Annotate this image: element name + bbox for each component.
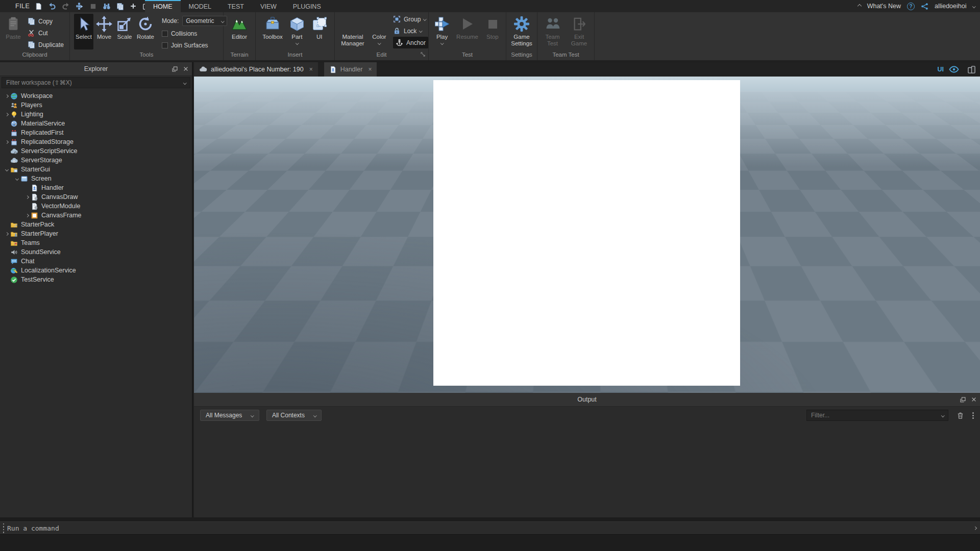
play-button[interactable]: Play xyxy=(432,14,452,44)
tree-expand-chevron[interactable] xyxy=(13,178,20,180)
find-icon[interactable] xyxy=(103,2,111,10)
tree-expand-chevron[interactable] xyxy=(3,95,10,97)
tree-expand-chevron[interactable] xyxy=(3,150,10,153)
doc-tab-place[interactable]: alliedoeihoi's Place Number: 190 × xyxy=(194,62,318,77)
join-surfaces-checkbox[interactable] xyxy=(162,42,168,48)
material-manager-button[interactable]: Material Manager xyxy=(338,14,368,48)
close-panel-icon[interactable] xyxy=(183,66,189,72)
tree-item-teams[interactable]: Teams xyxy=(0,238,192,247)
tree-expand-chevron[interactable] xyxy=(3,260,10,263)
eye-icon[interactable] xyxy=(949,66,959,73)
tab-model[interactable]: MODEL xyxy=(181,0,219,12)
command-bar[interactable] xyxy=(0,521,980,535)
tab-view[interactable]: VIEW xyxy=(252,0,285,12)
tree-item-startergui[interactable]: StarterGui xyxy=(0,165,192,174)
tree-item-workspace[interactable]: Workspace xyxy=(0,91,192,101)
group-dropdown-caret[interactable] xyxy=(423,17,426,20)
toolbox-button[interactable]: Toolbox xyxy=(261,14,284,44)
contexts-filter-dropdown[interactable]: All Contexts xyxy=(266,410,322,421)
duplicate-icon[interactable] xyxy=(116,3,124,10)
tree-expand-chevron[interactable] xyxy=(3,279,10,281)
collisions-checkbox[interactable] xyxy=(162,31,168,37)
lock-dropdown-caret[interactable] xyxy=(419,29,422,32)
new-document-icon[interactable] xyxy=(35,3,42,10)
tree-expand-chevron[interactable] xyxy=(3,168,10,171)
tree-expand-chevron[interactable] xyxy=(3,242,10,244)
tree-item-replicatedfirst[interactable]: ReplicatedFirst xyxy=(0,128,192,137)
scale-tool-button[interactable]: Scale xyxy=(115,14,134,49)
tree-item-handler[interactable]: Handler xyxy=(0,183,192,192)
tree-item-replicatedstorage[interactable]: ReplicatedStorage xyxy=(0,137,192,146)
tree-item-starterpack[interactable]: StarterPack xyxy=(0,220,192,229)
tree-expand-chevron[interactable] xyxy=(3,233,10,235)
copy-button[interactable]: Copy xyxy=(28,15,64,27)
anchor-button[interactable]: Anchor xyxy=(393,37,428,48)
move-tool-button[interactable]: Move xyxy=(94,14,114,49)
share-icon[interactable] xyxy=(921,3,928,10)
filter-dropdown-caret[interactable] xyxy=(183,81,186,84)
cut-button[interactable]: Cut xyxy=(28,27,64,39)
canvas-frame-gui[interactable] xyxy=(433,80,740,386)
tree-expand-chevron[interactable] xyxy=(3,122,10,125)
viewport-3d[interactable] xyxy=(194,77,980,393)
close-panel-icon[interactable] xyxy=(971,396,977,403)
tree-expand-chevron[interactable] xyxy=(3,251,10,254)
clear-output-icon[interactable] xyxy=(957,412,964,419)
play-dropdown-caret[interactable] xyxy=(440,41,444,44)
tree-item-vectormodule[interactable]: VectorModule xyxy=(0,202,192,211)
output-filter-input[interactable] xyxy=(811,412,942,419)
tree-expand-chevron[interactable] xyxy=(3,132,10,134)
tree-item-serverstorage[interactable]: ServerStorage xyxy=(0,156,192,165)
tree-expand-chevron[interactable] xyxy=(3,159,10,162)
tab-home[interactable]: HOME xyxy=(145,0,181,12)
tree-item-starterplayer[interactable]: StarterPlayer xyxy=(0,229,192,238)
collapse-ribbon-icon[interactable] xyxy=(857,4,861,8)
tree-expand-chevron[interactable] xyxy=(23,205,31,208)
collisions-toggle[interactable]: Collisions xyxy=(162,30,227,38)
tree-expand-chevron[interactable] xyxy=(23,196,31,198)
paste-button[interactable]: Paste xyxy=(4,14,22,51)
tab-plugins[interactable]: PLUGINS xyxy=(285,0,329,12)
color-dropdown-caret[interactable] xyxy=(378,41,381,44)
tree-item-testservice[interactable]: TestService xyxy=(0,275,192,284)
tree-item-soundservice[interactable]: SoundService xyxy=(0,247,192,257)
tree-expand-chevron[interactable] xyxy=(3,223,10,226)
float-panel-icon[interactable] xyxy=(960,396,966,403)
part-button[interactable]: Part xyxy=(287,14,307,44)
output-content[interactable] xyxy=(194,424,980,517)
doc-tab-handler[interactable]: Handler × xyxy=(324,62,377,77)
whats-new-link[interactable]: What's New xyxy=(867,3,901,10)
username-label[interactable]: alliedoeihoi xyxy=(935,3,967,10)
tree-item-canvasframe[interactable]: CanvasFrame xyxy=(0,211,192,220)
tab-test[interactable]: TEST xyxy=(219,0,252,12)
mode-dropdown[interactable]: Geometric xyxy=(182,16,227,26)
group-button[interactable]: Group xyxy=(393,13,428,25)
rotate-tool-button[interactable]: Rotate xyxy=(135,14,156,49)
undo-icon[interactable] xyxy=(48,2,56,10)
join-surfaces-toggle[interactable]: Join Surfaces xyxy=(162,41,227,49)
tree-expand-chevron[interactable] xyxy=(23,187,31,189)
tree-item-canvasdraw[interactable]: CanvasDraw xyxy=(0,192,192,202)
tree-item-screen[interactable]: Screen xyxy=(0,174,192,183)
stop-icon[interactable] xyxy=(89,3,97,10)
redo-icon[interactable] xyxy=(62,2,70,10)
tree-expand-chevron[interactable] xyxy=(23,214,31,217)
ui-visibility-icon[interactable]: UI xyxy=(938,66,944,73)
tree-item-players[interactable]: Players xyxy=(0,101,192,110)
command-input[interactable] xyxy=(7,524,974,532)
file-menu-button[interactable]: FILE xyxy=(11,0,34,12)
command-bar-grip[interactable] xyxy=(0,523,7,533)
help-icon[interactable]: ? xyxy=(907,3,915,10)
play-solo-icon[interactable] xyxy=(76,2,84,10)
insert-icon[interactable] xyxy=(130,3,137,10)
resume-button[interactable]: Resume xyxy=(455,14,480,44)
tree-item-serverscriptservice[interactable]: ServerScriptService xyxy=(0,146,192,156)
part-dropdown-caret[interactable] xyxy=(296,41,299,44)
float-panel-icon[interactable] xyxy=(172,66,178,72)
explorer-filter-box[interactable] xyxy=(2,77,190,88)
stop-button[interactable]: Stop xyxy=(483,14,502,44)
messages-filter-dropdown[interactable]: All Messages xyxy=(200,410,259,421)
select-tool-button[interactable]: Select xyxy=(74,14,93,49)
command-bar-expand-icon[interactable] xyxy=(973,527,976,530)
tree-expand-chevron[interactable] xyxy=(3,269,10,272)
